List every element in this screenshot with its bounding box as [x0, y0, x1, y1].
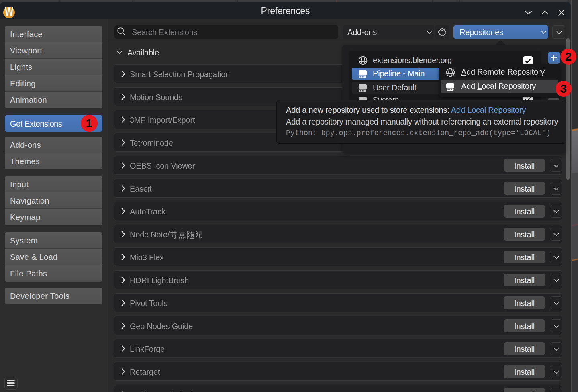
svg-text:W: W: [5, 7, 13, 18]
